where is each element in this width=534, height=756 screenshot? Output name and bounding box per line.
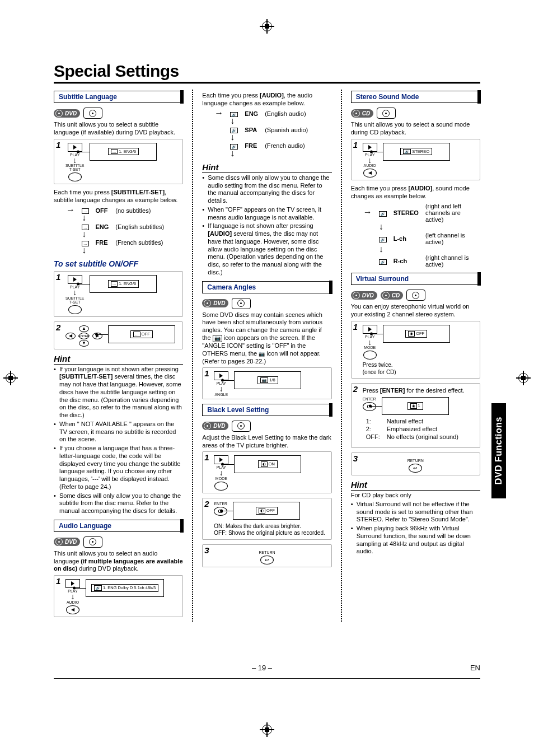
page-number: – 19 –	[252, 664, 272, 672]
audio-langs: →🔊ENG(English audio) ↓ 🔊SPA(Spanish audi…	[211, 110, 311, 158]
rule-2	[54, 83, 480, 84]
play-button-icon	[68, 143, 82, 152]
column-divider-2	[341, 90, 342, 622]
section-subtitle-language: Subtitle Language	[54, 91, 183, 103]
reg-mark-top	[262, 21, 272, 31]
hint-heading: Hint	[54, 354, 183, 365]
column-3: Stereo Sound Mode CD This unit allows yo…	[351, 90, 480, 622]
osd-callout: … 1. ENG/6	[90, 143, 157, 161]
stereo-modes: →🔊STEREO(right and left channels are act…	[360, 202, 480, 268]
blacklevel-intro: Adjust the Black Level Setting to make t…	[202, 434, 331, 450]
subtitle-onoff-2: 2 ▲ ◀ENTER▶ ▼ … OFF	[54, 321, 183, 349]
rule-1	[54, 82, 480, 83]
vs-hints: Virtual Surround will not be effective i…	[351, 501, 480, 556]
column-1: Subtitle Language DVD This unit allows y…	[54, 90, 183, 622]
subtitle-langs: →…OFF(no subtitles) ↓ …ENG(English subti…	[63, 206, 167, 254]
blacklevel-step-3: 3 RETURN ↩	[202, 544, 331, 567]
section-tab-label: DVD Functions	[494, 417, 504, 484]
footer-rule	[54, 678, 480, 679]
section-stereo-sound: Stereo Sound Mode	[351, 91, 480, 103]
section-tab: DVD Functions	[491, 403, 506, 498]
content-area: Special Settings DVD Functions Subtitle …	[54, 62, 480, 683]
subtitle-each: Each time you press [SUBTITLE/T-SET], su…	[54, 189, 183, 204]
angle-step-1: 1 PLAY ↓ ANGLE 📷 1/8	[202, 367, 331, 399]
lang-code: EN	[470, 664, 480, 672]
subtitle-toset: To set subtitle ON/OFF	[54, 259, 183, 269]
stereo-each: Each time you press [AUDIO], sound mode …	[351, 185, 480, 200]
vs-step-2: 2 Press [ENTER] for the desired effect. …	[351, 383, 480, 448]
pill-cd: CD	[351, 109, 373, 118]
column-2: Each time you press [AUDIO], the audio l…	[202, 90, 331, 622]
subtitle-button-icon	[68, 172, 82, 181]
column-divider-1	[192, 90, 193, 622]
dpad-icon: ▲ ◀ENTER▶ ▼	[65, 325, 102, 347]
subtitle-hints: If your language is not shown after pres…	[54, 366, 183, 515]
blacklevel-step-2: 2 ENTER ◐ OFF ON: Makes the dark areas b…	[202, 498, 331, 540]
audio-button-icon: ◀	[66, 605, 79, 614]
subtitle-intro: This unit allows you to select a subtitl…	[54, 121, 183, 137]
section-black-level: Black Level Setting	[202, 404, 331, 416]
audio-hints: Some discs will only allow you to change…	[202, 174, 331, 277]
section-virtual-surround: Virtual Surround	[351, 273, 480, 285]
subtitle-step-1: 1 PLAY ↓ SUBTITLE T-SET … 1. ENG/6	[54, 139, 183, 184]
subtitle-onoff-1: 1 PLAY ↓ SUBTITLE T-SET … 1. ENG/6	[54, 271, 183, 316]
stereo-intro: This unit allows you to select a sound m…	[351, 121, 480, 137]
audio-step-1: 1 PLAY ↓ AUDIO ◀ 🔊 1. ENG Dolby D 5.1ch …	[54, 575, 183, 617]
angle-intro: Some DVD discs may contain scenes which …	[202, 311, 331, 366]
section-audio-language: Audio Language	[54, 520, 183, 532]
blacklevel-step-1: 1 PLAY ↓ MODE ◐ ON	[202, 451, 331, 493]
audio-intro: This unit allows you to select an audio …	[54, 550, 183, 573]
pill-rw	[83, 108, 102, 119]
camera-icon: 📷	[213, 335, 222, 342]
page-title: Special Settings	[54, 62, 480, 81]
pill-dvd: DVD	[54, 109, 80, 118]
vs-step-3: 3 RETURN ↩	[351, 452, 480, 475]
page: Special Settings DVD Functions Subtitle …	[0, 0, 534, 756]
footer: – 19 – EN	[54, 664, 480, 672]
reg-mark-bottom	[262, 725, 272, 735]
reg-mark-right	[518, 373, 528, 383]
stereo-step-1: 1 PLAY ↓ AUDIO ◀ 🔊 STEREO	[351, 139, 480, 180]
return-button-icon: ↩	[260, 556, 274, 564]
reg-mark-left	[6, 373, 16, 383]
vs-intro: You can enjoy stereophonic virtual world…	[351, 303, 480, 319]
section-camera-angles: Camera Angles	[202, 281, 331, 293]
audio-each: Each time you press [AUDIO], the audio l…	[202, 92, 331, 108]
vs-step-1: 1 PLAY ↓ MODE ◉ OFF Press twice. (once f…	[351, 321, 480, 379]
